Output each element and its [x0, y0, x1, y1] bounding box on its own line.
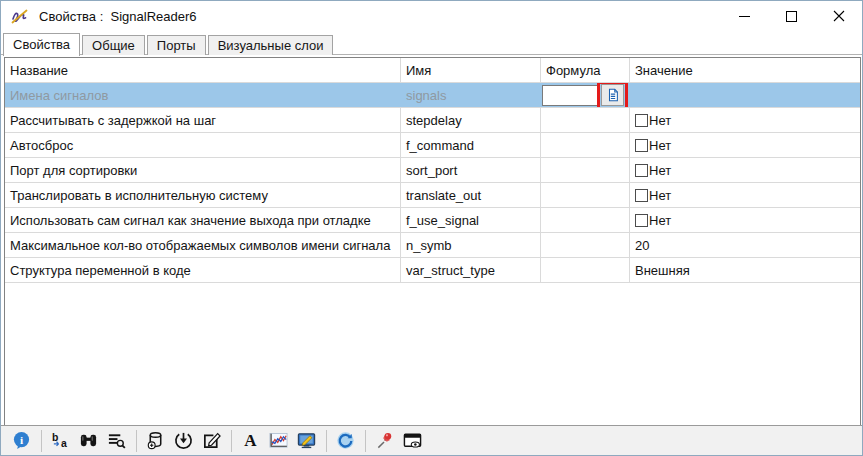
property-formula [541, 183, 630, 207]
property-name: Максимальное кол-во отображаемых символо… [5, 233, 401, 257]
table-row[interactable]: Автосбросf_commandНет [5, 133, 860, 158]
value-checkbox[interactable] [635, 189, 648, 202]
property-name: Структура переменной в коде [5, 258, 401, 282]
tab-ports[interactable]: Порты [147, 35, 206, 55]
formula-input[interactable] [542, 85, 599, 106]
property-name: Рассчитывать с задержкой на шаг [5, 108, 401, 132]
property-id: var_struct_type [401, 258, 541, 282]
column-header: Имя [401, 58, 541, 82]
property-formula [541, 233, 630, 257]
list-search-icon[interactable] [103, 428, 130, 453]
find-icon[interactable] [75, 428, 102, 453]
property-value: Нет [630, 133, 860, 157]
chart-icon[interactable] [265, 428, 292, 453]
property-value: Нет [630, 208, 860, 232]
download-icon[interactable] [170, 428, 197, 453]
property-id: f_command [401, 133, 541, 157]
value-checkbox[interactable] [635, 139, 648, 152]
value-label: Нет [649, 188, 671, 203]
property-id: n_symb [401, 233, 541, 257]
property-id: signals [401, 83, 541, 107]
property-name: Использовать сам сигнал как значение вых… [5, 208, 401, 232]
property-formula [541, 158, 630, 182]
value-checkbox[interactable] [635, 214, 648, 227]
formula-editor-button[interactable] [601, 84, 624, 106]
property-value [630, 83, 860, 107]
pin-icon[interactable] [371, 428, 398, 453]
maximize-button[interactable] [768, 1, 815, 31]
bottom-toolbar: ibaA [1, 425, 862, 455]
tab-general[interactable]: Общие [82, 35, 145, 55]
rename-icon[interactable]: ba [47, 428, 74, 453]
window-title: Свойства : SignalReader6 [39, 9, 197, 24]
toolbar-separator [136, 430, 137, 452]
property-id: stepdelay [401, 108, 541, 132]
value-label: Нет [649, 213, 671, 228]
svg-text:i: i [20, 434, 23, 446]
value-label: Нет [649, 113, 671, 128]
toolbar-separator [326, 430, 327, 452]
tab-visual-layers[interactable]: Визуальные слои [208, 35, 334, 55]
table-row[interactable]: Структура переменной в кодеvar_struct_ty… [5, 258, 860, 283]
property-value: Нет [630, 108, 860, 132]
value-checkbox[interactable] [635, 114, 648, 127]
table-row[interactable]: Транслировать в исполнительную системуtr… [5, 183, 860, 208]
property-value: Внешняя [630, 258, 860, 282]
formula-editor-button-wrap [601, 84, 624, 106]
toolbar-separator [365, 430, 366, 452]
info-icon[interactable]: i [8, 428, 35, 453]
window-preview-icon[interactable] [399, 428, 426, 453]
table-row[interactable]: Максимальное кол-во отображаемых символо… [5, 233, 860, 258]
value-checkbox[interactable] [635, 164, 648, 177]
value-label: Нет [649, 163, 671, 178]
tab-properties[interactable]: Свойства [3, 33, 80, 56]
edit-icon[interactable] [198, 428, 225, 453]
column-header: Формула [541, 58, 630, 82]
table-row[interactable]: Имена сигналовsignals [5, 83, 860, 108]
column-header: Значение [630, 58, 860, 82]
refresh-icon[interactable] [332, 428, 359, 453]
tab-bar: СвойстваОбщиеПортыВизуальные слои [1, 31, 862, 55]
table-row[interactable]: Рассчитывать с задержкой на шагstepdelay… [5, 108, 860, 133]
properties-table: НазваниеИмяФормулаЗначениеИмена сигналов… [4, 57, 861, 426]
window-controls [721, 1, 862, 31]
column-header: Название [5, 58, 401, 82]
minimize-button[interactable] [721, 1, 768, 31]
table-header-row: НазваниеИмяФормулаЗначение [5, 58, 860, 83]
titlebar: Свойства : SignalReader6 [1, 1, 862, 31]
svg-text:b: b [52, 432, 58, 443]
property-name: Транслировать в исполнительную систему [5, 183, 401, 207]
property-value: Нет [630, 183, 860, 207]
property-id: f_use_signal [401, 208, 541, 232]
property-id: translate_out [401, 183, 541, 207]
property-formula [541, 83, 630, 107]
property-value: 20 [630, 233, 860, 257]
property-formula [541, 108, 630, 132]
toolbar-separator [41, 430, 42, 452]
svg-text:a: a [61, 438, 67, 449]
value-label: Нет [649, 138, 671, 153]
property-name: Порт для сортировки [5, 158, 401, 182]
property-name: Автосброс [5, 133, 401, 157]
signature-app-icon [10, 6, 30, 26]
property-value: Нет [630, 158, 860, 182]
properties-window: Свойства : SignalReader6 СвойстваОбщиеПо… [0, 0, 863, 456]
property-name: Имена сигналов [5, 83, 401, 107]
property-formula [541, 208, 630, 232]
close-button[interactable] [815, 1, 862, 31]
property-formula [541, 133, 630, 157]
database-add-icon[interactable] [142, 428, 169, 453]
table-row[interactable]: Порт для сортировкиsort_portНет [5, 158, 860, 183]
property-id: sort_port [401, 158, 541, 182]
monitor-edit-icon[interactable] [293, 428, 320, 453]
font-icon[interactable]: A [237, 428, 264, 453]
property-formula [541, 258, 630, 282]
table-row[interactable]: Использовать сам сигнал как значение вых… [5, 208, 860, 233]
toolbar-separator [231, 430, 232, 452]
